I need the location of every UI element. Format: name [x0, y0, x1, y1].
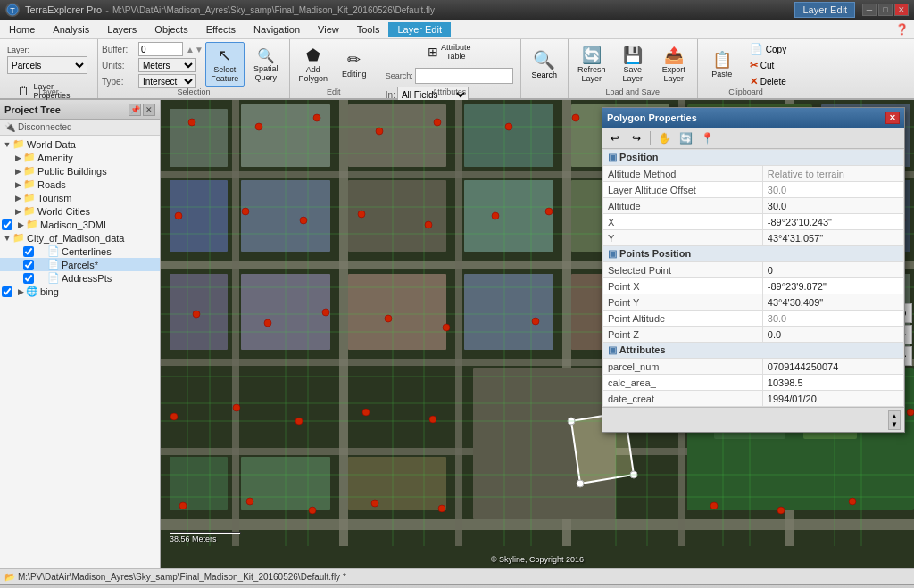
- dialog-close-button[interactable]: ✕: [885, 112, 900, 124]
- tree-item-label: Parcels*: [62, 260, 98, 270]
- project-tree: Project Tree 📌 ✕ 🔌 Disconnected ▼ 📁 Worl…: [0, 100, 161, 568]
- svg-point-80: [572, 114, 579, 121]
- properties-table: ▣ Position Altitude Method Relative to t…: [602, 149, 904, 407]
- dialog-back-button[interactable]: ↩: [605, 129, 625, 147]
- tree-item-amenity[interactable]: ▶ 📁 Amenity: [0, 151, 160, 164]
- tree-item-world-data[interactable]: ▼ 📁 World Data: [0, 137, 160, 151]
- tree-item-tourism[interactable]: ▶ 📁 Tourism: [0, 191, 160, 204]
- tree-close-button[interactable]: ✕: [143, 104, 155, 116]
- prop-row-altitude-offset: Layer Altitude Offset 30.0: [603, 182, 904, 198]
- svg-point-103: [532, 318, 539, 325]
- tree-pin-button[interactable]: 📌: [129, 104, 141, 116]
- dialog-hand-button[interactable]: ✋: [654, 129, 674, 147]
- prop-label: Selected Point: [603, 262, 763, 278]
- dialog-pin-button[interactable]: 📍: [697, 129, 717, 147]
- folder-icon: 📁: [12, 232, 25, 244]
- centerlines-checkbox[interactable]: [23, 246, 34, 257]
- path-text: M:\PV\DatAir\Madison_Ayres\Sky_samp\Fina…: [18, 572, 346, 582]
- buffer-input[interactable]: [138, 42, 183, 56]
- svg-point-125: [849, 498, 856, 505]
- units-select[interactable]: Meters: [138, 58, 196, 72]
- tree-item-addresspts[interactable]: 📄 AddressPts: [0, 271, 160, 285]
- close-button[interactable]: ✕: [894, 4, 909, 16]
- prop-value: 30.0: [762, 198, 903, 214]
- units-row: Units: Meters: [102, 58, 204, 72]
- search-input[interactable]: [415, 68, 513, 84]
- tree-item-madison-3dml[interactable]: ▶ 📁 Madison_3DML: [0, 218, 160, 231]
- svg-rect-21: [464, 180, 553, 252]
- map-copyright: © Skyline, Copyright 2016: [161, 555, 914, 564]
- dialog-title-bar[interactable]: Polygon Properties ✕: [602, 108, 904, 128]
- menu-home[interactable]: Home: [0, 22, 44, 37]
- prop-label: Point Z: [603, 327, 763, 343]
- group-label-selection: Selection: [98, 87, 289, 96]
- menu-navigation[interactable]: Navigation: [245, 22, 309, 37]
- menu-layer-edit[interactable]: Layer Edit: [388, 22, 451, 37]
- section-position-header: ▣ Position: [603, 150, 904, 166]
- svg-rect-18: [348, 104, 446, 167]
- dialog-refresh-button[interactable]: 🔄: [676, 129, 695, 147]
- prop-value: 10398.5: [762, 375, 903, 391]
- prop-label: date_creat: [603, 391, 763, 407]
- refresh-icon: 🔄: [582, 46, 602, 65]
- parcels-checkbox[interactable]: [23, 260, 34, 270]
- menu-layers[interactable]: Layers: [98, 22, 145, 37]
- svg-text:T: T: [10, 6, 15, 15]
- tree-item-parcels[interactable]: 📄 Parcels*: [0, 258, 160, 271]
- addresspts-checkbox[interactable]: [23, 273, 34, 284]
- section-attributes-header: ▣ Attributes: [603, 343, 904, 359]
- section-points-header: ▣ Points Position: [603, 246, 904, 262]
- refresh-layer-button[interactable]: 🔄 Refresh Layer: [572, 42, 611, 87]
- svg-point-89: [358, 211, 365, 218]
- svg-point-123: [710, 502, 718, 509]
- menu-objects[interactable]: Objects: [145, 22, 196, 37]
- buffer-row: Buffer: ▲▼: [102, 42, 204, 56]
- dialog-scrollbar[interactable]: ▲ ▼: [888, 410, 901, 430]
- path-bar: 📂 M:\PV\DatAir\Madison_Ayres\Sky_samp\Fi…: [0, 568, 914, 584]
- prop-row-point-z: Point Z 0.0: [603, 327, 904, 343]
- menu-analysis[interactable]: Analysis: [44, 22, 98, 37]
- layer-select[interactable]: Parcels: [7, 56, 87, 74]
- help-icon[interactable]: ❓: [895, 23, 909, 36]
- tree-items: ▼ 📁 World Data ▶ 📁 Amenity ▶ 📁 Public Bu…: [0, 136, 160, 568]
- attribute-table-button[interactable]: ⊞ Attribute Table: [426, 42, 472, 62]
- prop-row-altitude-method: Altitude Method Relative to terrain: [603, 166, 904, 182]
- save-layer-button[interactable]: 💾 Save Layer: [613, 42, 652, 87]
- section-label: Points Position: [619, 248, 691, 259]
- delete-button[interactable]: ✕ Delete: [746, 74, 790, 88]
- maximize-button[interactable]: □: [878, 4, 893, 16]
- dialog-forward-button[interactable]: ↪: [627, 129, 646, 147]
- menu-tools[interactable]: Tools: [348, 22, 389, 37]
- tree-item-label: Centerlines: [62, 246, 112, 257]
- cut-button[interactable]: ✂ Cut: [746, 58, 790, 72]
- export-layer-button[interactable]: 📤 Export Layer: [654, 42, 694, 87]
- search-button[interactable]: 🔍 Search: [525, 48, 564, 80]
- add-polygon-button[interactable]: ⬟ Add Polygon: [294, 42, 333, 87]
- map-area[interactable]: 38.56 Meters © Skyline, Copyright 2016 P…: [161, 100, 914, 568]
- bing-checkbox[interactable]: [2, 286, 12, 297]
- paste-button[interactable]: 📋 Paste: [702, 42, 743, 87]
- svg-point-76: [313, 114, 320, 121]
- editing-button[interactable]: ✏ Editing: [335, 42, 374, 87]
- type-select[interactable]: Intersect: [138, 74, 196, 88]
- prop-value: 0: [762, 262, 903, 278]
- prop-row-y: Y 43°4'31.057": [603, 230, 904, 246]
- spatial-query-button[interactable]: 🔍 Spatial Query: [246, 42, 286, 87]
- tree-item-centerlines[interactable]: 📄 Centerlines: [0, 244, 160, 258]
- main-area: Project Tree 📌 ✕ 🔌 Disconnected ▼ 📁 Worl…: [0, 100, 914, 568]
- copy-button[interactable]: 📄 Copy: [746, 42, 790, 56]
- tree-item-public-buildings[interactable]: ▶ 📁 Public Buildings: [0, 164, 160, 178]
- select-feature-button[interactable]: ↖ Select Feature: [205, 42, 245, 87]
- prop-row-calc-area: calc_area_ 10398.5: [603, 375, 904, 391]
- madison-3dml-checkbox[interactable]: [2, 219, 12, 230]
- tree-item-roads[interactable]: ▶ 📁 Roads: [0, 178, 160, 191]
- tree-item-world-cities[interactable]: ▶ 📁 World Cities: [0, 204, 160, 218]
- tree-item-bing[interactable]: ▶ 🌐 bing: [0, 285, 160, 298]
- menu-effects[interactable]: Effects: [197, 22, 245, 37]
- expand-icon: ▶: [12, 194, 23, 203]
- minimize-button[interactable]: ─: [862, 4, 877, 16]
- tree-item-city-of-madison[interactable]: ▼ 📁 City_of_Madison_data: [0, 231, 160, 244]
- menu-view[interactable]: View: [309, 22, 348, 37]
- expand-icon: ▼: [2, 140, 12, 149]
- svg-rect-30: [464, 274, 553, 350]
